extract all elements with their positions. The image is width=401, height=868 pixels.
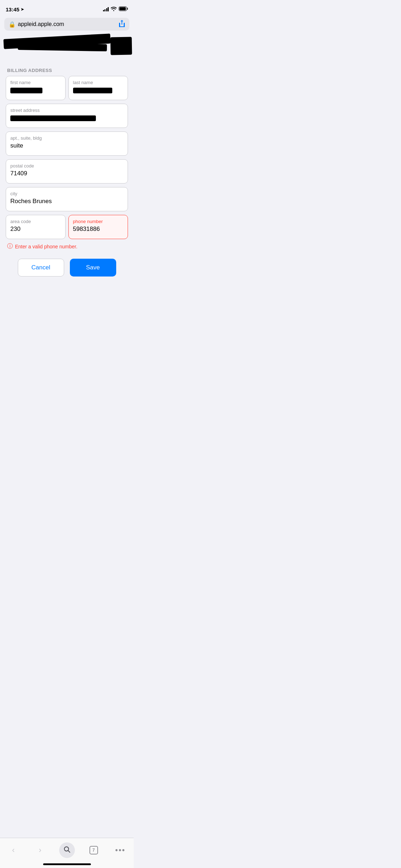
first-name-value — [10, 87, 61, 94]
signal-icon — [103, 7, 109, 11]
phone-number-label: phone number — [73, 219, 124, 224]
street-address-field[interactable]: street address — [6, 104, 128, 128]
status-icons — [103, 6, 128, 12]
city-value: Roches Brunes — [10, 198, 123, 205]
cancel-button[interactable]: Cancel — [18, 259, 64, 277]
last-name-field[interactable]: last name — [68, 76, 128, 100]
last-name-value — [73, 87, 124, 94]
share-icon[interactable] — [119, 20, 125, 29]
time-display: 13:45 — [6, 6, 19, 12]
first-name-label: first name — [10, 80, 61, 85]
postal-code-value: 71409 — [10, 170, 123, 177]
error-icon: ⓘ — [7, 243, 13, 250]
wifi-icon — [111, 6, 117, 12]
redacted-area — [0, 33, 134, 62]
last-name-label: last name — [73, 80, 124, 85]
street-address-value — [10, 114, 123, 122]
phone-number-field[interactable]: phone number 59831886 — [68, 215, 128, 239]
main-content: BILLING ADDRESS first name last name str… — [0, 62, 134, 277]
postal-code-label: postal code — [10, 163, 123, 169]
svg-rect-2 — [119, 7, 126, 10]
apt-suite-value: suite — [10, 142, 123, 149]
area-code-label: area code — [10, 219, 61, 224]
url-text: appleid.apple.com — [18, 21, 64, 27]
status-bar: 13:45 ➤ — [0, 0, 134, 16]
city-field[interactable]: city Roches Brunes — [6, 187, 128, 211]
area-code-value: 230 — [10, 226, 61, 233]
postal-code-field[interactable]: postal code 71409 — [6, 159, 128, 184]
error-text: Enter a valid phone number. — [15, 244, 77, 249]
first-name-field[interactable]: first name — [6, 76, 66, 100]
status-time: 13:45 ➤ — [6, 6, 24, 12]
street-address-label: street address — [10, 108, 123, 113]
billing-address-title: BILLING ADDRESS — [6, 62, 128, 76]
phone-number-value: 59831886 — [73, 226, 124, 233]
area-code-field[interactable]: area code 230 — [6, 215, 66, 239]
svg-rect-1 — [127, 8, 128, 10]
save-button[interactable]: Save — [70, 259, 116, 277]
location-arrow-icon: ➤ — [21, 7, 24, 12]
action-buttons: Cancel Save — [6, 259, 128, 277]
name-row: first name last name — [6, 76, 128, 100]
battery-icon — [119, 6, 128, 12]
lock-icon: 🔒 — [9, 21, 16, 28]
error-message-row: ⓘ Enter a valid phone number. — [6, 243, 128, 250]
apt-suite-field[interactable]: apt., suite, bldg suite — [6, 131, 128, 156]
city-label: city — [10, 191, 123, 196]
url-content: 🔒 appleid.apple.com — [9, 21, 64, 28]
phone-row: area code 230 phone number 59831886 — [6, 215, 128, 239]
apt-suite-label: apt., suite, bldg — [10, 135, 123, 141]
url-bar-container: 🔒 appleid.apple.com — [0, 16, 134, 33]
url-bar[interactable]: 🔒 appleid.apple.com — [4, 18, 129, 31]
